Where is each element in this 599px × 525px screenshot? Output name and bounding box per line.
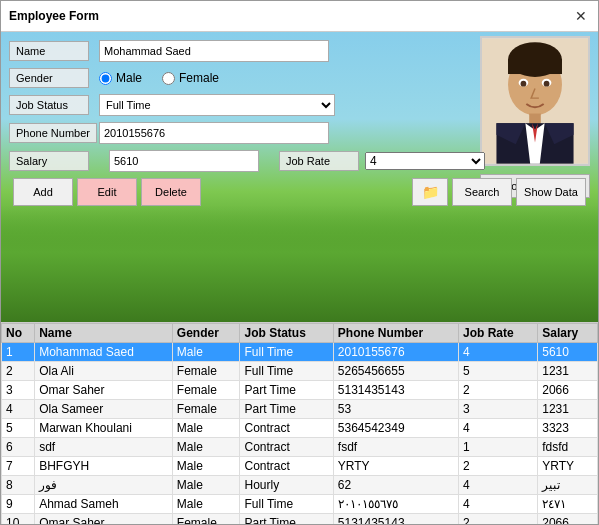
edit-button[interactable]: Edit [77,178,137,206]
table-cell: 2066 [538,381,598,400]
employee-table: No Name Gender Job Status Phone Number J… [1,323,598,524]
table-cell: 5364542349 [333,419,458,438]
col-name: Name [35,324,173,343]
name-label-container: Name [9,41,99,61]
window-title: Employee Form [9,9,99,23]
table-cell: 5610 [538,343,598,362]
gender-male-radio[interactable] [99,72,112,85]
table-cell: 7 [2,457,35,476]
phone-label-container: Phone Number [9,123,99,143]
table-cell: Male [172,438,240,457]
table-cell: YRTY [333,457,458,476]
name-input[interactable] [99,40,329,62]
table-cell: 3323 [538,419,598,438]
table-cell: 8 [2,476,35,495]
col-no: No [2,324,35,343]
table-cell: 6 [2,438,35,457]
table-cell: 5131435143 [333,381,458,400]
table-cell: Male [172,495,240,514]
table-cell: Contract [240,438,333,457]
gender-male-option[interactable]: Male [99,71,142,85]
job-rate-select-container: 1 2 3 4 5 [365,152,485,170]
table-cell: 2 [459,381,538,400]
table-row[interactable]: 4Ola SameerFemalePart Time5331231 [2,400,598,419]
table-cell: 2 [2,362,35,381]
table-cell: Part Time [240,514,333,525]
gender-female-radio[interactable] [162,72,175,85]
salary-label-container: Salary [9,151,99,171]
table-cell: Omar Saher [35,514,173,525]
gender-female-option[interactable]: Female [162,71,219,85]
table-cell: Male [172,419,240,438]
table-cell: Female [172,400,240,419]
table-cell: 4 [459,343,538,362]
table-cell: 4 [459,419,538,438]
table-cell: sdf [35,438,173,457]
salary-input-container [109,150,259,172]
salary-label: Salary [9,151,89,171]
table-row[interactable]: 9Ahmad SamehMaleFull Time٢٠١٠١٥٥٦٧٥4٢٤٧١ [2,495,598,514]
table-row[interactable]: 3Omar SaherFemalePart Time51314351432206… [2,381,598,400]
table-cell: 1 [459,438,538,457]
table-cell: YRTY [538,457,598,476]
folder-button[interactable]: 📁 [412,178,448,206]
salary-jobrate-row: Salary Job Rate 1 2 3 4 5 [9,150,590,172]
job-rate-select[interactable]: 1 2 3 4 5 [365,152,485,170]
table-cell: 5131435143 [333,514,458,525]
table-cell: ٢٠١٠١٥٥٦٧٥ [333,495,458,514]
close-button[interactable]: ✕ [572,7,590,25]
delete-button[interactable]: Delete [141,178,201,206]
phone-label: Phone Number [9,123,97,143]
table-row[interactable]: 10Omar SaherFemalePart Time5131435143220… [2,514,598,525]
table-cell: 53 [333,400,458,419]
table-cell: Omar Saher [35,381,173,400]
job-status-select-container: Full Time Part Time Contract Hourly [99,94,335,116]
gender-row: Gender Male Female [9,68,590,88]
table-cell: 5 [459,362,538,381]
table-cell: 2066 [538,514,598,525]
table-cell: Hourly [240,476,333,495]
phone-input[interactable] [99,122,329,144]
job-status-row: Job Status Full Time Part Time Contract … [9,94,590,116]
table-row[interactable]: 2Ola AliFemaleFull Time526545665551231 [2,362,598,381]
table-cell: Ola Sameer [35,400,173,419]
table-cell: 5 [2,419,35,438]
table-cell: 10 [2,514,35,525]
col-job-status: Job Status [240,324,333,343]
table-cell: 4 [459,495,538,514]
table-cell: 1231 [538,362,598,381]
job-status-select[interactable]: Full Time Part Time Contract Hourly [99,94,335,116]
table-cell: BHFGYH [35,457,173,476]
table-cell: Female [172,381,240,400]
table-cell: Contract [240,419,333,438]
col-job-rate: Job Rate [459,324,538,343]
table-row[interactable]: 8فورMaleHourly624تبير [2,476,598,495]
gender-male-label: Male [116,71,142,85]
gender-female-label: Female [179,71,219,85]
table-cell: Ola Ali [35,362,173,381]
search-button[interactable]: Search [452,178,512,206]
table-cell: Part Time [240,381,333,400]
table-header-row: No Name Gender Job Status Phone Number J… [2,324,598,343]
table-row[interactable]: 1Mohammad SaedMaleFull Time2010155676456… [2,343,598,362]
table-cell: Ahmad Sameh [35,495,173,514]
add-button[interactable]: Add [13,178,73,206]
table-row[interactable]: 7BHFGYHMaleContractYRTY2YRTY [2,457,598,476]
col-gender: Gender [172,324,240,343]
table-row[interactable]: 6sdfMaleContractfsdf1fdsfd [2,438,598,457]
job-status-label: Job Status [9,95,89,115]
table-cell: Male [172,476,240,495]
table-cell: Female [172,362,240,381]
gender-label-container: Gender [9,68,99,88]
table-cell: Part Time [240,400,333,419]
salary-input[interactable] [109,150,259,172]
name-label: Name [9,41,89,61]
table-cell: 2010155676 [333,343,458,362]
title-bar: Employee Form ✕ [1,1,598,32]
table-row[interactable]: 5Marwan KhoulaniMaleContract536454234943… [2,419,598,438]
table-cell: fsdf [333,438,458,457]
show-data-button[interactable]: Show Data [516,178,586,206]
gender-radio-group: Male Female [99,71,219,85]
phone-input-container [99,122,329,144]
table-cell: Contract [240,457,333,476]
